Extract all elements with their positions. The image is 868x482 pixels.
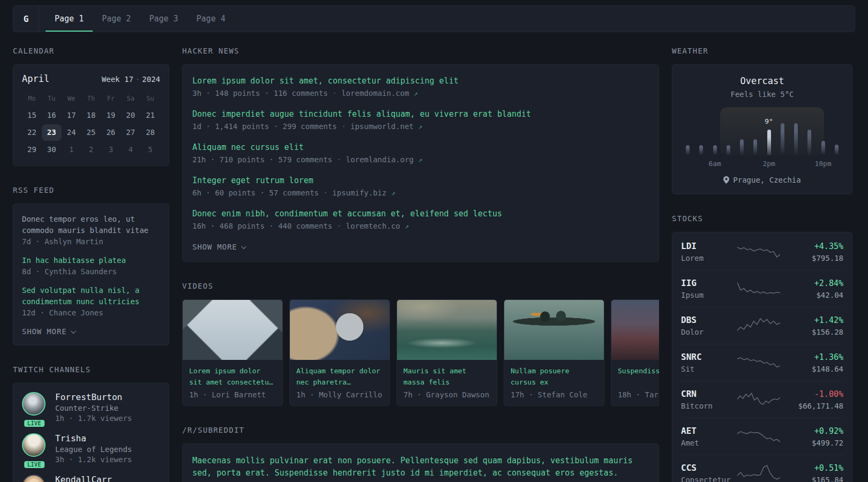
calendar-weekday: Mo [22, 89, 42, 107]
current-temperature-label: 9° [765, 117, 773, 125]
calendar-day: 22 [22, 124, 42, 141]
video-card-body: Mauris sit amet massa felis7h · Grayson … [397, 360, 497, 405]
stock-row[interactable]: LDILorem+4.35%$795.18 [681, 234, 843, 270]
video-title[interactable]: Lorem ipsum dolor sit amet consectetu… [189, 365, 276, 388]
video-meta: 1h · Lori Barnett [189, 390, 276, 399]
weather-hourly-chart: 9° [681, 107, 843, 155]
weather-hour-column [694, 107, 708, 155]
twitch-channel-meta: 1h · 1.7k viewers [55, 414, 132, 423]
video-title[interactable]: Nullam posuere cursus ex [511, 365, 597, 388]
hackernews-item: Aliquam nec cursus elit21h · 710 points … [192, 142, 649, 164]
hackernews-item-title[interactable]: Lorem ipsum dolor sit amet, consectetur … [192, 76, 649, 87]
stocks-list: LDILorem+4.35%$795.18IIGIpsum+2.84%$42.0… [672, 232, 852, 482]
video-thumbnail[interactable] [504, 300, 604, 360]
weather-bar [807, 130, 811, 155]
video-thumbnail[interactable] [611, 300, 659, 360]
source-domain-link[interactable]: loremlandia.org ↗ [346, 155, 423, 164]
channel-avatar[interactable] [22, 392, 46, 416]
calendar-day: 15 [22, 107, 42, 124]
item-meta: 3h · 148 points · 116 comments · loremdo… [192, 89, 649, 97]
source-domain-link[interactable]: loremdomain.com ↗ [341, 89, 418, 97]
tab-page-1[interactable]: Page 1 [46, 6, 93, 32]
twitch-channel-row[interactable]: LIVETrishaLeague of Legends3h · 1.2k vie… [22, 433, 160, 464]
videos-list: Lorem ipsum dolor sit amet consectetu…1h… [182, 299, 659, 406]
calendar-weekday: Sa [121, 89, 140, 107]
subreddit-widget: /R/SUBREDDIT Maecenas mollis pulvinar er… [182, 426, 659, 482]
stock-sparkline [737, 277, 787, 300]
video-title[interactable]: Mauris sit amet massa felis [403, 365, 490, 388]
hackernews-list: Lorem ipsum dolor sit amet, consectetur … [192, 76, 649, 230]
rss-item-meta: 7d · Ashlyn Martin [22, 237, 160, 246]
calendar-day: 28 [140, 124, 160, 141]
stock-price: $165.84 [787, 476, 843, 482]
weather-bar [713, 145, 717, 155]
channel-avatar[interactable] [22, 475, 46, 482]
video-title[interactable]: Aliquam tempor dolor nec pharetra… [296, 365, 383, 388]
hackernews-show-more-button[interactable]: SHOW MORE [192, 243, 245, 251]
subreddit-post-title[interactable]: Maecenas mollis pulvinar erat non posuer… [192, 455, 649, 480]
video-thumbnail[interactable] [397, 300, 497, 360]
weather-hour-column [681, 107, 694, 155]
external-link-icon: ↗ [418, 156, 422, 164]
stock-values: +0.92%$499.72 [787, 426, 843, 447]
stock-price: $66,171.48 [787, 402, 843, 410]
video-thumbnail[interactable] [183, 300, 282, 360]
rss-item-title[interactable]: Donec tempor eros leo, ut commodo mauris… [22, 214, 160, 236]
weather-bar-current [767, 130, 771, 155]
top-navigation: G Page 1Page 2Page 3Page 4 [13, 5, 855, 32]
stock-row[interactable]: AETAmet+0.92%$499.72 [681, 418, 843, 455]
twitch-list: LIVEForrestBurtonCounter-Strike1h · 1.7k… [13, 383, 169, 482]
twitch-channel-meta: 3h · 1.2k viewers [55, 455, 132, 464]
calendar-day: 3 [101, 141, 121, 158]
source-domain-link[interactable]: loremtech.co ↗ [346, 222, 409, 230]
twitch-channel-name[interactable]: ForrestBurton [55, 392, 132, 402]
stock-row[interactable]: IIGIpsum+2.84%$42.04 [681, 270, 843, 307]
stock-identity: IIGIpsum [681, 278, 737, 299]
rss-item-title[interactable]: In hac habitasse platea [22, 255, 160, 266]
stock-values: +2.84%$42.04 [787, 278, 843, 299]
calendar-day: 18 [81, 107, 101, 124]
hackernews-item-title[interactable]: Donec imperdiet augue tincidunt felis al… [192, 109, 649, 120]
calendar-header: CALENDAR [13, 47, 169, 55]
calendar-weekday: Fr [101, 89, 121, 107]
rss-item-title[interactable]: Sed volutpat nulla nisl, a condimentum n… [22, 285, 160, 307]
tab-page-4[interactable]: Page 4 [188, 6, 235, 32]
stock-row[interactable]: CRNBitcorn-1.00%$66,171.48 [681, 381, 843, 418]
twitch-channel-row[interactable]: LIVEForrestBurtonCounter-Strike1h · 1.7k… [22, 392, 160, 423]
stock-price: $156.28 [787, 328, 843, 336]
app-logo[interactable]: G [13, 6, 39, 32]
hackernews-item-title[interactable]: Integer eget rutrum lorem [192, 175, 649, 186]
stock-row[interactable]: CCSConsectetur+0.51%$165.84 [681, 455, 843, 482]
video-title[interactable]: Suspendisse diam [618, 365, 659, 388]
weather-hour-column [776, 107, 789, 155]
stock-row[interactable]: SNRCSit+1.36%$148.64 [681, 344, 843, 381]
twitch-channel-name[interactable]: Trisha [55, 433, 132, 443]
hackernews-item-title[interactable]: Donec enim nibh, condimentum et accumsan… [192, 208, 649, 220]
weather-feels-like: Feels like 5°C [681, 90, 843, 99]
meta-separator: · [332, 155, 346, 164]
twitch-channel-row[interactable]: KendallCarr [22, 475, 160, 482]
video-thumbnail[interactable] [290, 300, 390, 360]
tab-page-3[interactable]: Page 3 [140, 6, 187, 32]
rss-item-meta: 12d · Chance Jones [22, 308, 160, 317]
rss-show-more-button[interactable]: SHOW MORE [22, 327, 74, 336]
main-column: HACKER NEWS Lorem ipsum dolor sit amet, … [182, 47, 659, 482]
stocks-header: STOCKS [672, 214, 852, 223]
twitch-channel-name[interactable]: KendallCarr [55, 475, 112, 482]
calendar-day: 5 [140, 141, 160, 158]
stock-sparkline [737, 240, 787, 263]
calendar-day: 30 [42, 141, 62, 158]
tab-page-2[interactable]: Page 2 [93, 6, 140, 32]
source-domain-link[interactable]: ipsumworld.net ↗ [350, 122, 422, 131]
source-domain-link[interactable]: ipsumify.biz ↗ [332, 189, 395, 197]
stock-price: $499.72 [787, 439, 843, 447]
hackernews-item-title[interactable]: Aliquam nec cursus elit [192, 142, 649, 153]
weather-hour-column [817, 107, 830, 155]
stock-values: +4.35%$795.18 [787, 242, 843, 262]
weather-hour-column [735, 107, 749, 155]
videos-widget: VIDEOS Lorem ipsum dolor sit amet consec… [182, 282, 659, 406]
calendar-widget: CALENDAR April Week 17·2024 MoTuWeThFrSa… [13, 47, 169, 166]
stock-row[interactable]: DBSDolor+1.42%$156.28 [681, 307, 843, 344]
subreddit-post: Maecenas mollis pulvinar erat non posuer… [192, 455, 649, 482]
channel-avatar[interactable] [22, 433, 46, 457]
